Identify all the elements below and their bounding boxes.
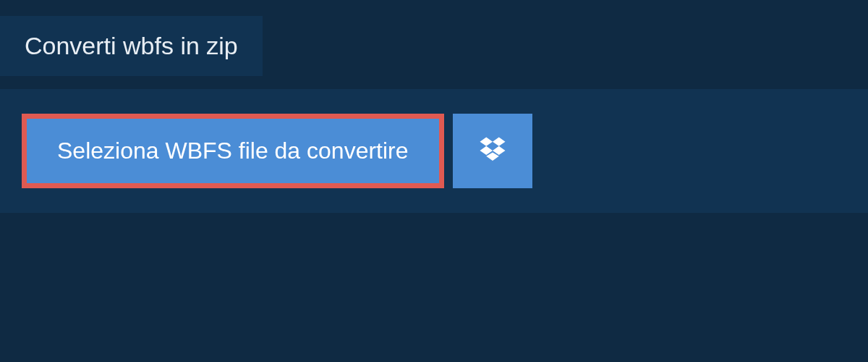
select-file-button[interactable]: Seleziona WBFS file da convertire	[27, 119, 439, 183]
upload-panel: Seleziona WBFS file da convertire	[0, 89, 868, 213]
dropbox-icon	[477, 135, 508, 167]
page-title: Converti wbfs in zip	[25, 32, 238, 59]
dropbox-button[interactable]	[453, 114, 532, 188]
page-title-tab: Converti wbfs in zip	[0, 16, 263, 76]
select-file-label: Seleziona WBFS file da convertire	[57, 138, 409, 164]
select-file-highlight: Seleziona WBFS file da convertire	[22, 114, 444, 188]
button-row: Seleziona WBFS file da convertire	[22, 114, 846, 188]
